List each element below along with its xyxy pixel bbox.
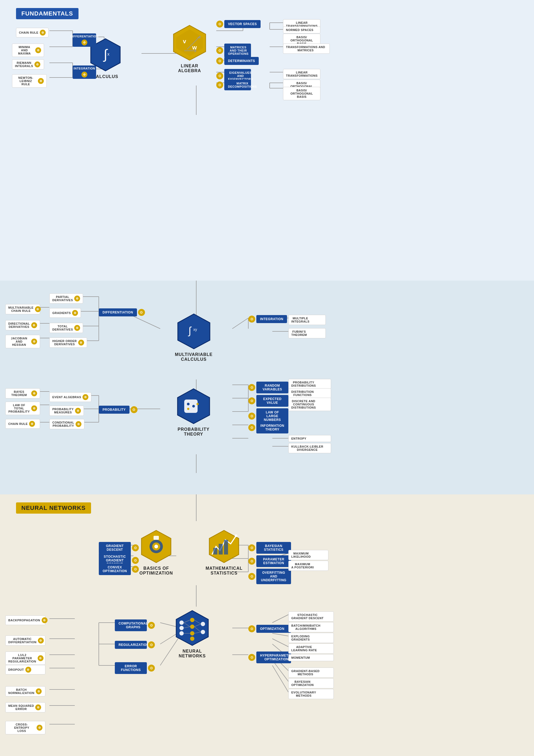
- l1l2-node: L1/L2 PARAMETERREGULARIZATION⚙: [5, 652, 45, 665]
- bayesian-opt-box: BAYESIANOPTIMIZATION: [288, 678, 334, 688]
- int-gear: ⚙: [82, 72, 87, 77]
- prob-dist-box: PROBABILITYDISTRIBUTIONS: [288, 379, 331, 389]
- random-vars-btn[interactable]: ⚙ RANDOM VARIABLES: [248, 382, 288, 393]
- exploding-box: EXPLODINGGRADIENTS: [288, 633, 334, 643]
- error-func-btn[interactable]: ERROR FUNCTIONS ⚙: [115, 662, 155, 674]
- info-theory-btn[interactable]: ⚙ INFORMATION THEORY: [248, 422, 288, 433]
- la-label: LINEARALGEBRA: [178, 64, 201, 73]
- svg-rect-138: [213, 548, 217, 554]
- svg-rect-135: [154, 536, 159, 540]
- riemann-node: RIEMANNINTEGRALS⚙: [12, 59, 44, 69]
- math-stats-label: MATHEMATICALSTATISTICS: [206, 566, 243, 576]
- basics-opt-center: BASICS OFOPTIMIZATION: [139, 529, 173, 576]
- chain-rule-node: CHAIN RULE⚙: [16, 28, 49, 38]
- integration-btn[interactable]: INTEGRATION ⚙: [73, 66, 96, 79]
- param-est-btn[interactable]: ⚙ PARAMETER ESTIMATION: [248, 555, 291, 567]
- convex-btn[interactable]: CONVEX OPTIMIZATION ⚙: [99, 563, 139, 575]
- svg-text:x: x: [107, 52, 110, 56]
- prob-btn[interactable]: PROBABILITY ⚙: [99, 406, 138, 414]
- mv-int-btn[interactable]: ⚙ INTEGRATION: [248, 315, 287, 323]
- multiple-integrals-box: MULTIPLEINTEGRALS: [288, 315, 326, 325]
- svg-line-123: [272, 615, 288, 623]
- fubini-box: FUBINI'STHEOREM: [288, 328, 326, 338]
- law-total-node: LAW OF TOTALPROBABILITY⚙: [5, 402, 40, 415]
- ll-gear: ⚙: [248, 413, 255, 419]
- trans-matrices-box: TRANSFORMATIONS ANDMATRICES: [283, 43, 330, 54]
- max-apost-box: MAXIMUMA POSTERIORI: [288, 561, 328, 571]
- linear-algebra-center: v w LINEARALGEBRA: [171, 24, 208, 73]
- of-gear: ⚙: [248, 573, 255, 580]
- svg-point-89: [187, 408, 189, 410]
- prob-gear: ⚙: [131, 406, 138, 413]
- md-gear: ⚙: [216, 82, 223, 89]
- determinants-btn[interactable]: ⚙ DETERMINANTS: [216, 57, 259, 65]
- mv-label: MULTIVARIABLECALCULUS: [175, 352, 213, 362]
- svg-point-142: [179, 621, 184, 625]
- svg-rect-139: [219, 544, 223, 554]
- vector-spaces-btn[interactable]: ⚙ VECTOR SPACES: [216, 20, 261, 28]
- matrices-ops-btn[interactable]: ⚙ MATRICES AND THEIR OPERATIONS: [216, 43, 251, 57]
- hyperparam-btn[interactable]: ⚙ HYPERPARAMETER OPTIMIZATION: [248, 652, 291, 663]
- ef-gear: ⚙: [148, 664, 155, 672]
- fundamentals-label: FUNDAMENTALS: [16, 8, 79, 19]
- backprop-node: BACKPROPAGATION⚙: [5, 615, 45, 625]
- svg-point-148: [190, 636, 194, 641]
- overfitting-btn[interactable]: ⚙ OVERFITTING AND UNDERFITTING: [248, 569, 291, 584]
- mse-node: MEAN SQUAREDERROR⚙: [5, 702, 45, 713]
- pm-gear: ⚙: [75, 408, 81, 414]
- regularization-btn[interactable]: REGULARIZATION ⚙: [115, 641, 155, 649]
- svg-text:v: v: [183, 38, 186, 45]
- svg-point-87: [192, 405, 195, 408]
- differentiation-btn[interactable]: DIFFERENTIATION ⚙: [73, 33, 96, 47]
- svg-rect-85: [184, 399, 198, 413]
- mvc-gear: ⚙: [35, 306, 41, 312]
- comp-graphs-btn[interactable]: COMPUTATIONAL GRAPHS ⚙: [115, 619, 155, 631]
- basics-opt-label: BASICS OFOPTIMIZATION: [140, 566, 173, 576]
- eig-gear: ⚙: [216, 72, 223, 79]
- cp-gear: ⚙: [76, 421, 82, 427]
- svg-point-137: [235, 534, 237, 537]
- do-gear: ⚙: [25, 667, 31, 673]
- nno-gear: ⚙: [248, 625, 255, 632]
- svg-text:xy: xy: [193, 327, 197, 332]
- prob-chain-node: CHAIN RULE⚙: [5, 419, 40, 429]
- mv-diff-gear: ⚙: [138, 309, 145, 316]
- adaptive-lr-box: ADAPTIVELEARNING RATE: [288, 643, 334, 654]
- dist-func-box: DISTRIBUTIONFUNCTIONS: [288, 388, 331, 398]
- bayesian-stats-btn[interactable]: ⚙ BAYESIAN STATISTICS: [248, 542, 291, 554]
- ad-gear: ⚙: [38, 637, 44, 643]
- max-likelihood-box: MAXIMUMLIKELIHOOD: [288, 550, 328, 560]
- auto-diff-node: AUTOMATICDIFFERENTIATION⚙: [5, 635, 45, 646]
- svg-line-126: [272, 639, 288, 647]
- conv-gear: ⚙: [132, 566, 139, 573]
- calculus-label: CALCULUS: [93, 74, 118, 79]
- ltp-gear: ⚙: [31, 405, 37, 411]
- svg-line-125: [272, 633, 288, 636]
- normed-spaces-box: NORMED SPACES: [283, 26, 320, 33]
- diff-gear: ⚙: [82, 40, 87, 45]
- mv-diff-btn[interactable]: DIFFERENTIATION ⚙: [99, 309, 145, 316]
- expected-val-btn[interactable]: ⚙ EXPECTED VALUE: [248, 395, 288, 407]
- grad-based-box: GRADIENT-BASEDMETHODS: [288, 667, 334, 678]
- bs-gear: ⚙: [248, 544, 255, 551]
- multivariable-section: ∫ xy MULTIVARIABLECALCULUS DIFFERENTIATI…: [0, 281, 534, 494]
- svg-point-86: [187, 403, 190, 405]
- matrix-decomp-btn[interactable]: ⚙ MATRIX DECOMPOSITIONS: [216, 80, 251, 90]
- mv-int-gear: ⚙: [248, 315, 255, 323]
- nn-opt-btn[interactable]: ⚙ OPTIMIZATION: [248, 625, 291, 633]
- rv-gear: ⚙: [248, 384, 255, 391]
- svg-line-54: [232, 318, 248, 329]
- fundamentals-section: FUNDAMENTALS: [0, 0, 534, 281]
- batch-mini-box: BATCH/MINIBATCHALGORITHMS: [288, 622, 334, 632]
- math-stats-center: MATHEMATICALSTATISTICS: [206, 529, 243, 576]
- basis-ortho3-box: BASIS/ORTHOGONAL BASIS: [283, 87, 320, 100]
- svg-line-130: [272, 665, 288, 692]
- mv-chain-rule-node: MULTIVARIABLECHAIN RULE⚙: [5, 304, 40, 314]
- gradients-node: GRADIENTS⚙: [49, 308, 81, 318]
- ri-gear: ⚙: [35, 62, 40, 68]
- ev-gear: ⚙: [248, 397, 255, 404]
- grad-desc-btn[interactable]: GRADIENT DESCENT ⚙: [99, 542, 139, 554]
- total-deriv-node: TOTALDERIVATIVES⚙: [49, 323, 83, 333]
- bt-gear: ⚙: [31, 391, 37, 396]
- nn-label: NEURALNETWORKS: [179, 649, 206, 659]
